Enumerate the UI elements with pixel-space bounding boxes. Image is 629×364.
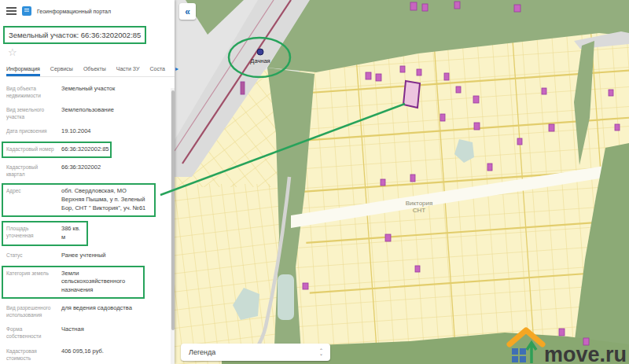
object-title: Земельный участок: 66:36:3202002:85 <box>3 26 146 44</box>
tab-3[interactable]: Части ЗУ <box>116 63 140 76</box>
tab-bar: ИнформацияСервисыОбъектыЧасти ЗУСоста▸ <box>6 63 175 77</box>
field-label: Кадастровый квартал <box>6 164 61 178</box>
snt-label-line2: СНТ <box>413 207 426 214</box>
scrollbar-thumb[interactable] <box>171 90 175 330</box>
legend-select[interactable]: Легенда ⌃⌄ <box>181 344 330 361</box>
field-label: Вид разрешенного использования <box>6 304 61 318</box>
field-label: Адрес <box>6 187 61 213</box>
station-label: Дачная <box>250 57 270 64</box>
pond <box>278 274 294 320</box>
highlighted-parcel[interactable] <box>403 81 420 108</box>
map-canvas[interactable]: Виктория СНТ Дачная move.ru НСПД 2025 © … <box>175 0 629 364</box>
field-label: Кадастровая стоимость <box>6 347 61 362</box>
field-value: Землепользование <box>61 106 164 120</box>
map-svg: Виктория СНТ Дачная move.ru НСПД 2025 © <box>175 0 629 364</box>
sort-chevrons-icon: ⌃⌄ <box>319 349 330 355</box>
app-title: Геоинформационный портал <box>37 9 111 14</box>
field-cad_number: Кадастровый номер66:36:3202002:85 <box>2 142 112 158</box>
field-value: 406 095,16 руб. <box>61 347 164 362</box>
field-category: Категория земельЗемли сельскохозяйственн… <box>2 266 145 300</box>
field-value: 386 кв. м <box>61 225 83 242</box>
field-value: обл. Свердловская, МО Верхняя Пышма, у п… <box>61 187 151 213</box>
field-label: Категория земель <box>6 270 61 296</box>
field-label: Вид объекта недвижимости <box>6 85 61 99</box>
info-panel: Геоинформационный портал Земельный участ… <box>0 0 175 364</box>
tab-2[interactable]: Объекты <box>83 63 106 76</box>
snt-label-line1: Виктория <box>406 200 433 207</box>
field-status: СтатусРанее учтенный <box>6 252 164 260</box>
field-object_kind: Вид объекта недвижимостиЗемельный участо… <box>6 85 164 99</box>
field-label: Кадастровый номер <box>6 145 61 154</box>
tabs-overflow-icon[interactable]: ▸ <box>175 65 178 76</box>
field-value: Ранее учтенный <box>61 252 164 260</box>
field-ownership: Форма собственностиЧастная <box>6 325 164 340</box>
collapse-panel-button[interactable]: « <box>179 3 196 20</box>
tab-0[interactable]: Информация <box>6 63 40 76</box>
legend-label: Легенда <box>181 348 319 356</box>
field-parcel_kind: Вид земельного участкаЗемлепользование <box>6 106 164 120</box>
panel-header: Геоинформационный портал <box>6 0 175 16</box>
portal-logo-icon <box>22 6 31 16</box>
tab-1[interactable]: Сервисы <box>50 63 73 76</box>
field-label: Площадь уточненная <box>6 225 61 242</box>
field-label: Дата присвоения <box>6 127 61 136</box>
fields: Вид объекта недвижимостиЗемельный участо… <box>6 77 175 362</box>
field-value: Земли сельскохозяйственного назначения <box>61 270 140 296</box>
watermark-brand: move.ru <box>544 343 627 364</box>
menu-icon[interactable] <box>6 7 17 15</box>
field-value: Земельный участок <box>61 85 164 99</box>
field-cad_value: Кадастровая стоимость406 095,16 руб. <box>6 347 164 362</box>
station-dot <box>257 49 263 55</box>
field-label: Форма собственности <box>6 325 61 340</box>
field-value: 19.10.2004 <box>61 127 164 136</box>
field-address: Адресобл. Свердловская, МО Верхняя Пышма… <box>2 183 156 217</box>
field-value: для ведения садоводства <box>61 304 164 318</box>
field-value: 66:36:3202002:85 <box>61 145 109 154</box>
sidebar-scrollbar[interactable] <box>171 88 175 364</box>
field-label: Вид земельного участка <box>6 106 61 120</box>
field-permitted_use: Вид разрешенного использованиядля ведени… <box>6 304 164 318</box>
field-date_assigned: Дата присвоения19.10.2004 <box>6 127 164 136</box>
field-value: Частная <box>61 325 164 340</box>
favorite-star-icon[interactable]: ☆ <box>8 46 17 58</box>
field-value: 66:36:3202002 <box>61 164 164 178</box>
field-label: Статус <box>6 252 61 260</box>
field-area: Площадь уточненная386 кв. м <box>2 221 88 246</box>
field-cad_block: Кадастровый квартал66:36:3202002 <box>6 164 164 178</box>
tab-4[interactable]: Соста <box>149 63 164 76</box>
